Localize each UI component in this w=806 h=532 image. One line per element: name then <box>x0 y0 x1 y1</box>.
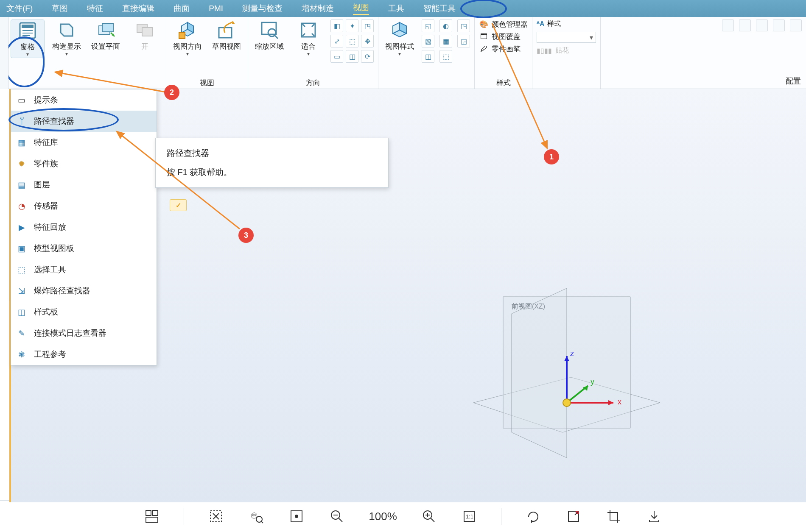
menu-sketch[interactable]: 草图 <box>52 3 68 14</box>
menu-feature[interactable]: 特征 <box>87 3 103 14</box>
vs-cell[interactable]: ⬚ <box>439 50 452 63</box>
pane-label: 窗格 <box>20 43 35 58</box>
dropdown-item-replay[interactable]: ▶ 特征回放 <box>11 217 157 238</box>
dir-cell[interactable]: ⬚ <box>346 35 358 47</box>
dropdown-label: 连接模式日志查看器 <box>34 328 106 339</box>
rotate-tool[interactable] <box>525 508 542 525</box>
config-btn[interactable] <box>773 19 785 31</box>
view-style-button[interactable]: 视图样式 <box>383 19 417 57</box>
dir-cell[interactable]: ⤢ <box>330 35 343 47</box>
dropdown-label: 工程参考 <box>34 349 66 360</box>
panel-chip[interactable] <box>170 199 187 211</box>
construct-icon <box>56 19 77 41</box>
style-heading: 样式 <box>547 19 561 28</box>
download-tool[interactable] <box>646 508 663 525</box>
dropdown-item-tipbar[interactable]: ▭ 提示条 <box>11 89 157 111</box>
set-plane-button[interactable]: 设置平面 <box>89 19 123 51</box>
dir-cell[interactable]: ◳ <box>361 19 374 32</box>
layout-tool[interactable] <box>143 508 160 525</box>
config-btn[interactable] <box>722 19 734 31</box>
menu-surface[interactable]: 曲面 <box>174 3 190 14</box>
zoomarea-icon <box>259 19 280 41</box>
dropdown-item-featurelib[interactable]: ▦ 特征库 <box>11 132 157 153</box>
sketchview-icon <box>216 19 237 41</box>
crop-tool[interactable] <box>605 508 622 525</box>
dir-cell[interactable]: ✦ <box>346 19 358 32</box>
dropdown-item-sensor[interactable]: ◔ 传感器 <box>11 195 157 217</box>
translate-tool[interactable]: ㊥ <box>248 508 265 525</box>
menu-measure[interactable]: 测量与检查 <box>242 3 283 14</box>
svg-point-51 <box>295 515 298 518</box>
pane-button[interactable]: 窗格 <box>11 19 45 58</box>
setplane-label: 设置平面 <box>91 42 120 51</box>
config-btn[interactable] <box>790 19 802 31</box>
dropdown-label: 图层 <box>34 179 50 190</box>
menu-additive[interactable]: 增材制造 <box>302 3 334 14</box>
log-icon: ✎ <box>17 329 26 338</box>
dropdown-label: 选择工具 <box>34 264 66 275</box>
zoom-in-tool[interactable] <box>420 508 437 525</box>
palette-icon: 🎨 <box>479 20 488 29</box>
construct-display-button[interactable]: 构造显示 <box>50 19 84 57</box>
edit-tool[interactable] <box>565 508 582 525</box>
dir-cell[interactable]: ◧ <box>330 19 343 32</box>
dropdown-item-modelviewboard[interactable]: ▣ 模型视图板 <box>11 238 157 259</box>
sidebar-tabs[interactable] <box>0 89 9 301</box>
dropdown-item-styleboard[interactable]: ◫ 样式板 <box>11 301 157 323</box>
direction-small-grid: ◧ ✦ ◳ ⤢ ⬚ ✥ ▭ ◫ ⟳ <box>330 19 374 63</box>
part-pen-link[interactable]: 🖊 零件画笔 <box>479 44 528 54</box>
decal-button[interactable]: ▮▯▮▮ 贴花 <box>537 46 569 55</box>
zoom-out-tool[interactable] <box>328 508 345 525</box>
menu-pmi[interactable]: PMI <box>209 4 223 13</box>
view-direction-button[interactable]: 视图方向 <box>171 19 204 57</box>
config-btn[interactable] <box>756 19 768 31</box>
color-manager-link[interactable]: 🎨 颜色管理器 <box>479 19 528 29</box>
dir-cell[interactable]: ◫ <box>346 50 358 63</box>
dropdown-label: 爆炸路径查找器 <box>34 285 90 296</box>
ribbon-group-decal: ᴬA 样式 ▾ ▮▯▮▮ 贴花 <box>532 17 601 89</box>
vs-cell[interactable]: ▧ <box>422 35 434 47</box>
menu-direct[interactable]: 直接编辑 <box>122 3 154 14</box>
dropdown-label: 路径查找器 <box>34 116 74 127</box>
dropdown-item-logviewer[interactable]: ✎ 连接模式日志查看器 <box>11 323 157 344</box>
dropdown-item-partfamily[interactable]: ✹ 零件族 <box>11 153 157 174</box>
sketch-view-button[interactable]: 草图视图 <box>210 19 243 51</box>
svg-rect-1 <box>22 25 34 28</box>
dir-cell[interactable]: ⟳ <box>361 50 374 63</box>
dropdown-item-selecttool[interactable]: ⬚ 选择工具 <box>11 259 157 280</box>
vs-cell[interactable]: ◲ <box>457 35 470 47</box>
vs-cell[interactable]: ◫ <box>422 50 434 63</box>
dropdown-item-engref[interactable]: ❃ 工程参考 <box>11 344 157 365</box>
vs-cell[interactable]: ▦ <box>439 35 452 47</box>
svg-rect-10 <box>142 28 152 36</box>
focus-tool[interactable] <box>288 508 305 525</box>
vs-cell[interactable]: ◳ <box>457 19 470 32</box>
dir-cell[interactable]: ▭ <box>330 50 343 63</box>
dir-cell[interactable]: ✥ <box>361 35 374 47</box>
menubar: 文件(F) 草图 特征 直接编辑 曲面 PMI 测量与检查 增材制造 视图 工具… <box>0 0 806 17</box>
dropdown-item-explodepath[interactable]: ⇲ 爆炸路径查找器 <box>11 280 157 301</box>
menu-view[interactable]: 视图 <box>353 2 369 15</box>
actual-size-tool[interactable]: 1:1 <box>461 508 478 525</box>
menu-file[interactable]: 文件(F) <box>6 3 33 14</box>
svg-marker-26 <box>512 288 567 458</box>
vs-cell[interactable]: ◱ <box>422 19 434 32</box>
menu-tools[interactable]: 工具 <box>388 3 404 14</box>
dropdown-item-layer[interactable]: ▤ 图层 <box>11 174 157 195</box>
fit-button[interactable]: 适合 <box>291 19 325 57</box>
viewstyle-icon <box>389 19 410 41</box>
left-gutter <box>0 17 8 89</box>
dropdown-item-pathfinder[interactable]: ᛘ 路径查找器 <box>11 111 157 132</box>
ribbon-group-config: 配置 <box>718 17 806 89</box>
zoom-value[interactable]: 100% <box>369 510 397 523</box>
vs-cell[interactable]: ◐ <box>439 19 452 32</box>
style-dropdown[interactable]: ▾ <box>537 32 596 43</box>
config-btn[interactable] <box>739 19 751 31</box>
zoom-area-button[interactable]: 缩放区域 <box>252 19 286 51</box>
snip-tool[interactable] <box>207 508 224 525</box>
menu-smart[interactable]: 智能工具 <box>423 3 456 14</box>
view-override-link[interactable]: 🗔 视图覆盖 <box>479 32 528 42</box>
svg-rect-14 <box>179 33 185 39</box>
open-button[interactable]: 开 <box>128 19 162 51</box>
svg-line-19 <box>274 35 278 39</box>
